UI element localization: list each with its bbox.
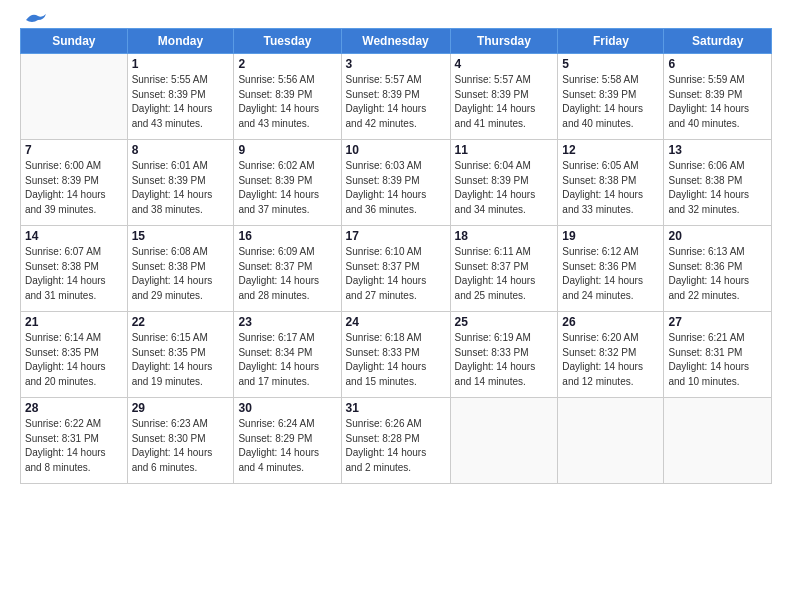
- day-number: 24: [346, 315, 446, 329]
- day-info: Sunrise: 6:12 AM Sunset: 8:36 PM Dayligh…: [562, 245, 659, 303]
- day-info: Sunrise: 6:18 AM Sunset: 8:33 PM Dayligh…: [346, 331, 446, 389]
- day-number: 8: [132, 143, 230, 157]
- calendar-cell: 26Sunrise: 6:20 AM Sunset: 8:32 PM Dayli…: [558, 312, 664, 398]
- day-number: 26: [562, 315, 659, 329]
- day-number: 9: [238, 143, 336, 157]
- calendar-cell: 28Sunrise: 6:22 AM Sunset: 8:31 PM Dayli…: [21, 398, 128, 484]
- calendar-cell: [558, 398, 664, 484]
- day-number: 31: [346, 401, 446, 415]
- day-number: 17: [346, 229, 446, 243]
- day-info: Sunrise: 6:14 AM Sunset: 8:35 PM Dayligh…: [25, 331, 123, 389]
- calendar-cell: 12Sunrise: 6:05 AM Sunset: 8:38 PM Dayli…: [558, 140, 664, 226]
- calendar-cell: 5Sunrise: 5:58 AM Sunset: 8:39 PM Daylig…: [558, 54, 664, 140]
- calendar-cell: 29Sunrise: 6:23 AM Sunset: 8:30 PM Dayli…: [127, 398, 234, 484]
- day-info: Sunrise: 6:26 AM Sunset: 8:28 PM Dayligh…: [346, 417, 446, 475]
- day-number: 18: [455, 229, 554, 243]
- calendar-cell: 9Sunrise: 6:02 AM Sunset: 8:39 PM Daylig…: [234, 140, 341, 226]
- calendar-week-row: 1Sunrise: 5:55 AM Sunset: 8:39 PM Daylig…: [21, 54, 772, 140]
- day-number: 10: [346, 143, 446, 157]
- calendar-header-row: SundayMondayTuesdayWednesdayThursdayFrid…: [21, 29, 772, 54]
- day-number: 28: [25, 401, 123, 415]
- calendar-cell: 18Sunrise: 6:11 AM Sunset: 8:37 PM Dayli…: [450, 226, 558, 312]
- calendar-day-header: Friday: [558, 29, 664, 54]
- calendar-cell: 15Sunrise: 6:08 AM Sunset: 8:38 PM Dayli…: [127, 226, 234, 312]
- logo: [20, 18, 46, 22]
- day-number: 29: [132, 401, 230, 415]
- day-number: 15: [132, 229, 230, 243]
- day-info: Sunrise: 6:08 AM Sunset: 8:38 PM Dayligh…: [132, 245, 230, 303]
- calendar-day-header: Thursday: [450, 29, 558, 54]
- day-number: 12: [562, 143, 659, 157]
- calendar-cell: 2Sunrise: 5:56 AM Sunset: 8:39 PM Daylig…: [234, 54, 341, 140]
- day-number: 2: [238, 57, 336, 71]
- day-info: Sunrise: 6:17 AM Sunset: 8:34 PM Dayligh…: [238, 331, 336, 389]
- day-number: 6: [668, 57, 767, 71]
- day-info: Sunrise: 6:06 AM Sunset: 8:38 PM Dayligh…: [668, 159, 767, 217]
- calendar-cell: 1Sunrise: 5:55 AM Sunset: 8:39 PM Daylig…: [127, 54, 234, 140]
- calendar-cell: 17Sunrise: 6:10 AM Sunset: 8:37 PM Dayli…: [341, 226, 450, 312]
- calendar-cell: 6Sunrise: 5:59 AM Sunset: 8:39 PM Daylig…: [664, 54, 772, 140]
- day-number: 19: [562, 229, 659, 243]
- day-info: Sunrise: 5:59 AM Sunset: 8:39 PM Dayligh…: [668, 73, 767, 131]
- calendar-day-header: Sunday: [21, 29, 128, 54]
- calendar-cell: 13Sunrise: 6:06 AM Sunset: 8:38 PM Dayli…: [664, 140, 772, 226]
- day-info: Sunrise: 5:55 AM Sunset: 8:39 PM Dayligh…: [132, 73, 230, 131]
- day-number: 27: [668, 315, 767, 329]
- day-info: Sunrise: 6:21 AM Sunset: 8:31 PM Dayligh…: [668, 331, 767, 389]
- calendar-cell: [450, 398, 558, 484]
- day-number: 14: [25, 229, 123, 243]
- calendar-cell: 4Sunrise: 5:57 AM Sunset: 8:39 PM Daylig…: [450, 54, 558, 140]
- calendar-cell: 24Sunrise: 6:18 AM Sunset: 8:33 PM Dayli…: [341, 312, 450, 398]
- day-info: Sunrise: 6:03 AM Sunset: 8:39 PM Dayligh…: [346, 159, 446, 217]
- calendar-cell: 16Sunrise: 6:09 AM Sunset: 8:37 PM Dayli…: [234, 226, 341, 312]
- day-number: 30: [238, 401, 336, 415]
- logo-bird-icon: [24, 12, 46, 28]
- calendar-cell: 23Sunrise: 6:17 AM Sunset: 8:34 PM Dayli…: [234, 312, 341, 398]
- day-info: Sunrise: 5:56 AM Sunset: 8:39 PM Dayligh…: [238, 73, 336, 131]
- day-info: Sunrise: 5:57 AM Sunset: 8:39 PM Dayligh…: [455, 73, 554, 131]
- calendar-cell: 22Sunrise: 6:15 AM Sunset: 8:35 PM Dayli…: [127, 312, 234, 398]
- header: [20, 18, 772, 22]
- calendar-day-header: Wednesday: [341, 29, 450, 54]
- day-number: 3: [346, 57, 446, 71]
- calendar-week-row: 14Sunrise: 6:07 AM Sunset: 8:38 PM Dayli…: [21, 226, 772, 312]
- day-number: 25: [455, 315, 554, 329]
- day-number: 13: [668, 143, 767, 157]
- day-info: Sunrise: 6:07 AM Sunset: 8:38 PM Dayligh…: [25, 245, 123, 303]
- calendar-cell: 7Sunrise: 6:00 AM Sunset: 8:39 PM Daylig…: [21, 140, 128, 226]
- day-number: 20: [668, 229, 767, 243]
- day-info: Sunrise: 5:57 AM Sunset: 8:39 PM Dayligh…: [346, 73, 446, 131]
- day-info: Sunrise: 6:22 AM Sunset: 8:31 PM Dayligh…: [25, 417, 123, 475]
- day-number: 11: [455, 143, 554, 157]
- calendar-cell: 8Sunrise: 6:01 AM Sunset: 8:39 PM Daylig…: [127, 140, 234, 226]
- calendar-cell: [21, 54, 128, 140]
- day-number: 7: [25, 143, 123, 157]
- day-info: Sunrise: 6:24 AM Sunset: 8:29 PM Dayligh…: [238, 417, 336, 475]
- day-info: Sunrise: 6:05 AM Sunset: 8:38 PM Dayligh…: [562, 159, 659, 217]
- day-info: Sunrise: 6:04 AM Sunset: 8:39 PM Dayligh…: [455, 159, 554, 217]
- calendar-cell: 3Sunrise: 5:57 AM Sunset: 8:39 PM Daylig…: [341, 54, 450, 140]
- calendar-cell: 14Sunrise: 6:07 AM Sunset: 8:38 PM Dayli…: [21, 226, 128, 312]
- day-info: Sunrise: 6:01 AM Sunset: 8:39 PM Dayligh…: [132, 159, 230, 217]
- day-number: 5: [562, 57, 659, 71]
- calendar-table: SundayMondayTuesdayWednesdayThursdayFrid…: [20, 28, 772, 484]
- calendar-cell: 20Sunrise: 6:13 AM Sunset: 8:36 PM Dayli…: [664, 226, 772, 312]
- day-info: Sunrise: 5:58 AM Sunset: 8:39 PM Dayligh…: [562, 73, 659, 131]
- day-number: 23: [238, 315, 336, 329]
- day-number: 16: [238, 229, 336, 243]
- calendar-week-row: 7Sunrise: 6:00 AM Sunset: 8:39 PM Daylig…: [21, 140, 772, 226]
- calendar-cell: 19Sunrise: 6:12 AM Sunset: 8:36 PM Dayli…: [558, 226, 664, 312]
- calendar-day-header: Saturday: [664, 29, 772, 54]
- day-number: 4: [455, 57, 554, 71]
- calendar-cell: 30Sunrise: 6:24 AM Sunset: 8:29 PM Dayli…: [234, 398, 341, 484]
- day-info: Sunrise: 6:15 AM Sunset: 8:35 PM Dayligh…: [132, 331, 230, 389]
- calendar-week-row: 21Sunrise: 6:14 AM Sunset: 8:35 PM Dayli…: [21, 312, 772, 398]
- day-info: Sunrise: 6:00 AM Sunset: 8:39 PM Dayligh…: [25, 159, 123, 217]
- day-info: Sunrise: 6:02 AM Sunset: 8:39 PM Dayligh…: [238, 159, 336, 217]
- calendar-cell: 11Sunrise: 6:04 AM Sunset: 8:39 PM Dayli…: [450, 140, 558, 226]
- day-info: Sunrise: 6:23 AM Sunset: 8:30 PM Dayligh…: [132, 417, 230, 475]
- day-info: Sunrise: 6:09 AM Sunset: 8:37 PM Dayligh…: [238, 245, 336, 303]
- calendar-cell: 25Sunrise: 6:19 AM Sunset: 8:33 PM Dayli…: [450, 312, 558, 398]
- day-info: Sunrise: 6:10 AM Sunset: 8:37 PM Dayligh…: [346, 245, 446, 303]
- day-info: Sunrise: 6:13 AM Sunset: 8:36 PM Dayligh…: [668, 245, 767, 303]
